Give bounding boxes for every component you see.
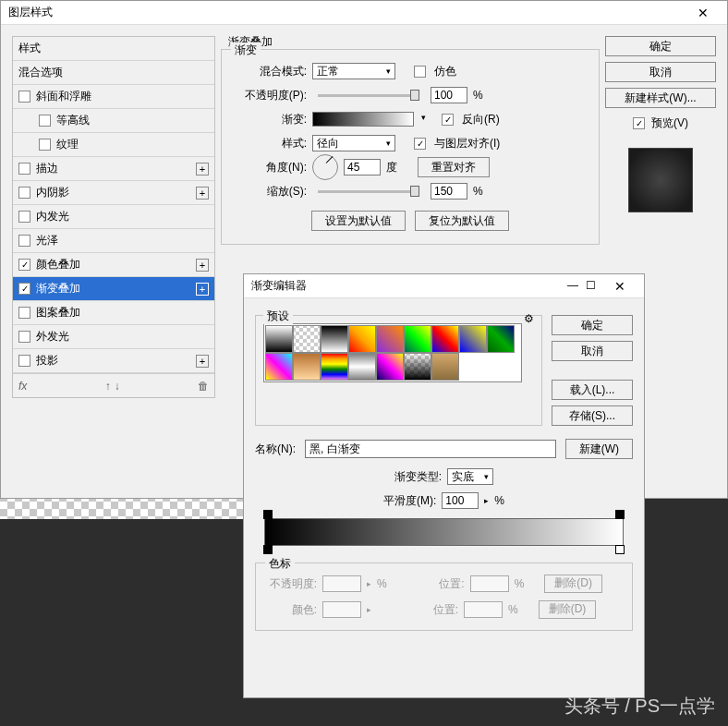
stop-opacity-input[interactable] [322,575,361,592]
scale-slider[interactable] [318,190,419,193]
delete-button[interactable]: 删除(D) [539,600,597,619]
smooth-label: 平滑度(M): [383,493,436,509]
preset-swatch[interactable] [293,325,321,353]
ok-button[interactable]: 确定 [605,36,716,56]
preset-swatch[interactable] [404,325,431,353]
canvas-dark-right [644,499,728,519]
align-label: 与图层对齐(I) [434,136,500,151]
close-icon[interactable]: ✕ [686,6,720,20]
color-stop[interactable] [263,545,273,554]
style-texture[interactable]: 纹理 [13,133,214,157]
gradient-picker[interactable] [312,112,414,127]
add-icon[interactable]: + [196,259,209,272]
dither-checkbox[interactable] [414,66,426,78]
preset-swatch[interactable] [293,353,321,381]
preset-swatch[interactable] [376,353,404,381]
add-icon[interactable]: + [196,283,209,296]
preset-swatch[interactable] [431,325,459,353]
subgroup-label: 渐变 [231,42,261,58]
style-innerglow[interactable]: 内发光 [13,205,214,229]
preview-swatch [628,148,693,212]
ge-ok-button[interactable]: 确定 [552,315,633,335]
scale-label: 缩放(S): [233,184,307,200]
gear-icon[interactable]: ⚙︎ [524,312,534,325]
preset-swatch[interactable] [321,353,348,381]
styles-footer: fx ↑↓ 🗑 [13,373,214,397]
preset-swatch[interactable] [376,325,404,353]
ge-save-button[interactable]: 存储(S)... [552,405,633,426]
preset-swatch[interactable] [431,353,459,381]
stop-pos-input[interactable] [470,575,509,592]
stop-pos-label: 位置: [413,576,465,592]
ge-cancel-button[interactable]: 取消 [552,341,633,361]
presets-group: 预设 ⚙︎ [255,315,542,426]
style-satin[interactable]: 光泽 [13,229,214,253]
color-stop[interactable] [615,545,625,554]
preset-swatch[interactable] [321,325,348,353]
checker-bg [0,499,243,519]
angle-value[interactable]: 45 [344,159,381,175]
opacity-stop[interactable] [615,510,625,519]
delete-button[interactable]: 删除(D) [544,575,602,593]
angle-label: 角度(N): [233,160,307,175]
newstyle-button[interactable]: 新建样式(W)... [605,88,716,108]
opacity-slider[interactable] [318,94,419,97]
reverse-label: 反向(R) [462,112,500,127]
maximize-icon[interactable]: ☐ [586,279,596,294]
style-outerglow[interactable]: 外发光 [13,325,214,349]
gradient-bar[interactable] [264,518,624,546]
style-stroke[interactable]: 描边+ [13,157,214,181]
preset-swatch[interactable] [348,325,376,353]
cancel-button[interactable]: 取消 [605,62,716,82]
add-icon[interactable]: + [196,187,209,200]
trash-icon[interactable]: 🗑 [198,380,209,393]
preset-swatch[interactable] [487,325,515,353]
stop-pos2-input[interactable] [464,601,503,618]
style-contour[interactable]: 等高线 [13,109,214,133]
style-coloroverlay[interactable]: 颜色叠加+ [13,253,214,277]
preset-swatch[interactable] [404,353,431,381]
preset-swatch[interactable] [265,325,293,353]
stop-opacity-label: 不透明度: [265,576,317,592]
style-dropshadow[interactable]: 投影+ [13,349,214,373]
style-innershadow[interactable]: 内阴影+ [13,181,214,205]
make-default-button[interactable]: 设置为默认值 [311,211,406,231]
stop-color-input[interactable] [322,601,361,618]
scale-value[interactable]: 150 [431,183,467,200]
opacity-stop[interactable] [263,510,273,519]
reset-default-button[interactable]: 复位为默认值 [415,211,509,231]
add-icon[interactable]: + [196,355,209,368]
ge-title: 渐变编辑器 [251,278,307,294]
style-select[interactable]: 径向 [312,135,395,151]
close-icon[interactable]: ✕ [603,279,637,294]
style-bevel[interactable]: 斜面和浮雕 [13,85,214,109]
opacity-value[interactable]: 100 [431,87,467,103]
reverse-checkbox[interactable] [442,114,454,126]
ge-titlebar: 渐变编辑器 — ☐ ✕ [244,274,644,298]
align-checkbox[interactable] [414,138,426,150]
name-input[interactable]: 黑, 白渐变 [305,440,556,458]
stops-group: 色标 不透明度: ▸ % 位置: % 删除(D) 颜色: ▸ 位置: % [255,563,633,631]
blendmode-select[interactable]: 正常 [312,63,395,79]
ge-load-button[interactable]: 载入(L)... [552,380,633,400]
dialog-title: 图层样式 [8,5,53,20]
preset-swatch[interactable] [265,353,293,381]
angle-dial[interactable] [312,154,338,180]
preview-checkbox[interactable] [633,117,645,129]
preset-swatch[interactable] [348,353,376,381]
styles-header: 样式 [13,37,214,61]
fx-icon[interactable]: fx [18,380,27,393]
style-gradoverlay[interactable]: 渐变叠加+ [13,277,214,301]
blend-options-row[interactable]: 混合选项 [13,61,214,85]
smooth-value[interactable]: 100 [442,492,479,509]
down-icon[interactable]: ↓ [115,380,120,393]
preset-swatch[interactable] [459,325,487,353]
reset-align-button[interactable]: 重置对齐 [418,157,490,177]
titlebar: 图层样式 ✕ [1,1,727,25]
minimize-icon[interactable]: — [567,279,578,294]
up-icon[interactable]: ↑ [105,380,111,393]
style-patternoverlay[interactable]: 图案叠加 [13,301,214,325]
new-button[interactable]: 新建(W) [565,439,633,459]
gradtype-select[interactable]: 实底 [447,468,493,485]
add-icon[interactable]: + [196,163,209,175]
